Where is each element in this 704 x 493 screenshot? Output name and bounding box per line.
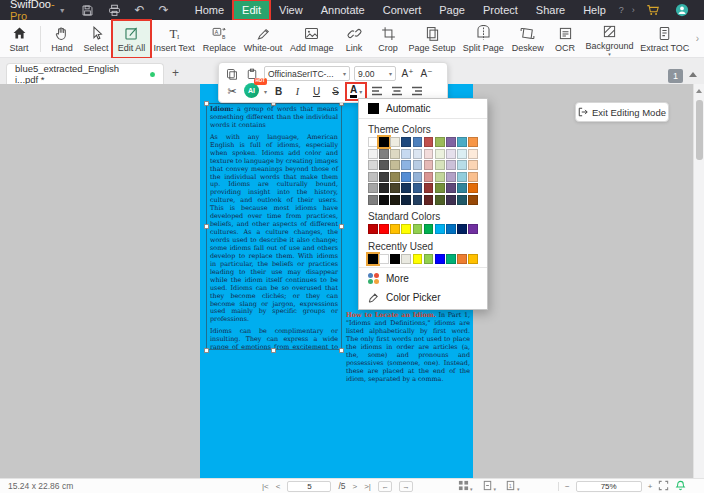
color-swatch[interactable] [390, 149, 400, 159]
color-swatch[interactable] [390, 137, 400, 147]
color-swatch[interactable] [401, 172, 411, 182]
vertical-scrollbar[interactable] [693, 84, 704, 478]
menu-help[interactable]: Help [574, 0, 615, 20]
scroll-up-arrow-icon[interactable] [696, 89, 702, 93]
zoom-out-button[interactable]: − [565, 482, 570, 491]
color-swatch[interactable] [457, 160, 467, 170]
color-swatch[interactable] [468, 254, 478, 264]
color-swatch[interactable] [368, 254, 378, 264]
color-swatch[interactable] [379, 224, 389, 234]
extract-toc-button[interactable]: Extract TOC [637, 21, 693, 57]
collapse-chevron-icon[interactable] [689, 72, 697, 77]
selection-handle[interactable] [271, 348, 276, 353]
color-swatch[interactable] [368, 195, 378, 205]
font-color-button[interactable]: A ▾ [347, 84, 365, 99]
color-swatch[interactable] [424, 137, 434, 147]
color-swatch[interactable] [368, 224, 378, 234]
color-swatch[interactable] [446, 160, 456, 170]
color-swatch[interactable] [457, 254, 467, 264]
ocr-button[interactable]: OCR [548, 21, 582, 57]
color-swatch[interactable] [390, 195, 400, 205]
background-dropdown-caret-icon[interactable]: ▾ [608, 53, 611, 55]
expand-mini-icon[interactable]: › [632, 5, 635, 15]
color-swatch[interactable] [413, 149, 423, 159]
selection-handle[interactable] [339, 348, 344, 353]
color-swatch[interactable] [446, 195, 456, 205]
crop-button[interactable]: Crop [371, 21, 405, 57]
exit-editing-mode-button[interactable]: Exit Editing Mode [575, 102, 669, 122]
increase-font-button[interactable]: A⁺ [400, 68, 415, 79]
help-mini-icon[interactable]: ? [619, 5, 624, 15]
color-swatch[interactable] [401, 224, 411, 234]
color-swatch[interactable] [379, 137, 389, 147]
history-back-icon[interactable]: ← [378, 481, 392, 492]
color-swatch[interactable] [468, 195, 478, 205]
menu-page[interactable]: Page [430, 0, 474, 20]
page-layout-view-button[interactable]: 1▾ [505, 480, 520, 493]
white-out-button[interactable]: White-out [240, 21, 286, 57]
color-swatch[interactable] [390, 254, 400, 264]
color-swatch[interactable] [413, 254, 423, 264]
document-canvas[interactable]: Idiom: a group of words that means somet… [0, 84, 704, 478]
color-swatch[interactable] [401, 254, 411, 264]
color-swatch[interactable] [435, 137, 445, 147]
last-page-icon[interactable]: >| [364, 482, 371, 491]
color-swatch[interactable] [424, 172, 434, 182]
font-size-select[interactable]: 9.00 ▾ [354, 66, 396, 81]
color-swatch[interactable] [413, 137, 423, 147]
color-swatch[interactable] [413, 195, 423, 205]
color-swatch[interactable] [413, 224, 423, 234]
color-swatch[interactable] [468, 160, 478, 170]
align-right-icon[interactable] [409, 83, 425, 99]
color-swatch[interactable] [401, 183, 411, 193]
color-swatch[interactable] [435, 149, 445, 159]
ai-caret-icon[interactable]: ▾ [264, 88, 267, 95]
status-bell-icon[interactable] [675, 480, 686, 493]
color-swatch[interactable] [379, 172, 389, 182]
menu-annotate[interactable]: Annotate [312, 0, 374, 20]
background-button[interactable]: Background ▾ [582, 21, 637, 57]
next-page-icon[interactable]: > [353, 482, 358, 491]
color-swatch[interactable] [468, 172, 478, 182]
color-swatch[interactable] [379, 160, 389, 170]
color-swatch[interactable] [401, 149, 411, 159]
single-page-view-button[interactable]: ▾ [482, 480, 497, 493]
color-swatch[interactable] [435, 224, 445, 234]
color-swatch[interactable] [424, 183, 434, 193]
color-swatch[interactable] [390, 172, 400, 182]
history-forward-icon[interactable]: → [399, 481, 413, 492]
scrollbar-thumb[interactable] [696, 100, 703, 160]
color-swatch[interactable] [413, 183, 423, 193]
save-icon[interactable] [81, 3, 94, 18]
decrease-font-button[interactable]: A⁻ [419, 68, 434, 79]
color-swatch[interactable] [457, 137, 467, 147]
insert-text-button[interactable]: TI Insert Text [150, 21, 199, 57]
color-swatch[interactable] [390, 183, 400, 193]
underline-button[interactable]: U [309, 86, 324, 97]
store-cart-icon[interactable] [646, 3, 661, 18]
italic-button[interactable]: I [290, 86, 305, 97]
menu-home[interactable]: Home [186, 0, 233, 20]
selection-handle[interactable] [339, 224, 344, 229]
font-family-select[interactable]: OfficinaSerITC-... ▾ [264, 66, 350, 81]
color-swatch[interactable] [413, 172, 423, 182]
hand-tool-button[interactable]: Hand [45, 21, 79, 57]
color-swatch[interactable] [390, 224, 400, 234]
align-center-icon[interactable] [389, 83, 405, 99]
ai-assistant-button[interactable]: AI HOT [244, 83, 260, 99]
deskew-button[interactable]: Deskew [508, 21, 549, 57]
color-swatch[interactable] [446, 137, 456, 147]
color-swatch[interactable] [424, 195, 434, 205]
align-left-icon[interactable] [369, 83, 385, 99]
app-menu-caret-icon[interactable]: ▼ [59, 7, 66, 14]
add-image-button[interactable]: Add Image [286, 21, 337, 57]
color-swatch[interactable] [446, 254, 456, 264]
color-swatch[interactable] [446, 224, 456, 234]
page-number-input[interactable] [287, 481, 331, 492]
cut-icon[interactable]: ✂ [224, 83, 240, 99]
color-swatch[interactable] [446, 149, 456, 159]
color-swatch[interactable] [468, 224, 478, 234]
color-swatch[interactable] [379, 254, 389, 264]
color-swatch[interactable] [368, 160, 378, 170]
color-swatch[interactable] [368, 183, 378, 193]
